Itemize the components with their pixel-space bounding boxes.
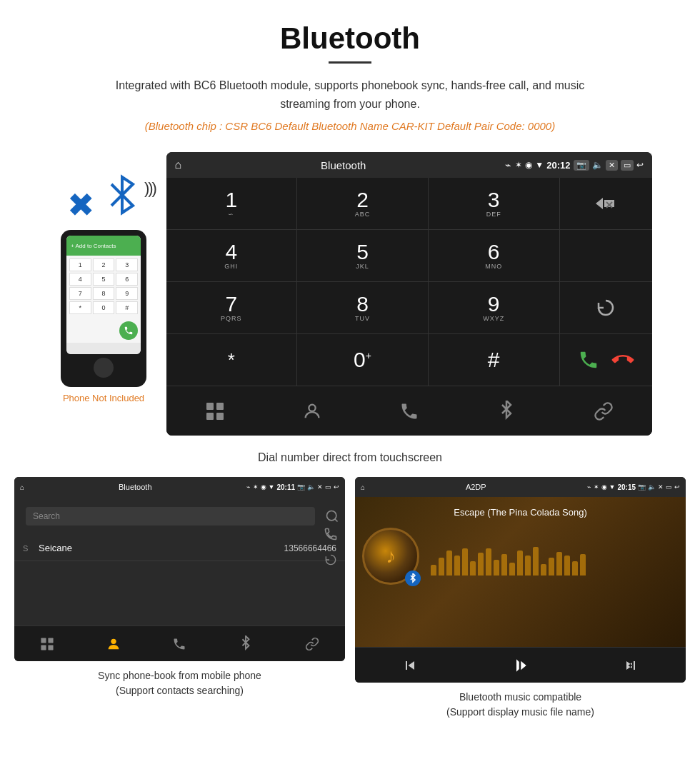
phone-key-8[interactable]: 8 xyxy=(93,287,115,300)
play-pause-button[interactable] xyxy=(506,651,534,680)
svg-line-8 xyxy=(335,519,338,522)
answer-call-button[interactable] xyxy=(578,349,599,371)
search-icon[interactable] xyxy=(325,509,339,523)
dialpad-key-3[interactable]: 3 DEF xyxy=(429,178,559,229)
backspace-button[interactable] xyxy=(559,178,652,230)
dialpad-key-star[interactable]: * xyxy=(166,334,298,386)
vis-bar xyxy=(564,556,570,576)
pb-cam-icon[interactable]: 📷 xyxy=(297,483,305,491)
phone-key-0[interactable]: 0 xyxy=(93,301,115,314)
pb-grid-icon xyxy=(40,637,54,651)
phone-key-4[interactable]: 4 xyxy=(69,273,91,286)
end-call-button[interactable] xyxy=(608,345,638,375)
phone-key-star[interactable]: * xyxy=(69,301,91,314)
phone-not-included-label: Phone Not Included xyxy=(63,393,144,403)
nav-grid-icon[interactable] xyxy=(194,390,236,433)
dialpad-row-3: 7 PQRS 8 TUV 9 WXYZ xyxy=(166,282,559,334)
key-letters-7: PQRS xyxy=(221,315,242,322)
music-visualizer xyxy=(431,547,586,576)
phone-key-1[interactable]: 1 xyxy=(69,258,91,271)
key-num-5: 5 xyxy=(356,241,369,263)
vis-bar xyxy=(431,565,436,576)
window-icon[interactable]: ▭ xyxy=(621,160,634,171)
phone-screen: + Add to Contacts 1 2 3 4 5 6 7 xyxy=(66,236,141,354)
pb-close-icon[interactable]: ✕ xyxy=(317,483,323,491)
reload-button[interactable] xyxy=(559,282,652,334)
contact-letter: S xyxy=(23,544,31,553)
next-track-button[interactable] xyxy=(616,651,645,680)
mu-vol-icon[interactable]: 🔈 xyxy=(648,483,656,491)
vis-bar xyxy=(572,561,578,576)
pb-nav-link[interactable] xyxy=(298,630,326,658)
dialpad-row-2: 4 GHI 5 JKL 6 MNO xyxy=(166,230,559,282)
bottom-nav xyxy=(166,386,652,436)
screen-title: Bluetooth xyxy=(186,159,501,171)
mu-cam-icon[interactable]: 📷 xyxy=(638,483,646,491)
nav-phone-icon[interactable] xyxy=(388,390,431,433)
pb-vol-icon[interactable]: 🔈 xyxy=(307,483,315,491)
key-letters-5: JKL xyxy=(356,263,369,270)
dialpad-key-hash[interactable]: # xyxy=(429,334,559,386)
search-bar[interactable]: Search xyxy=(26,507,315,526)
back-icon[interactable]: ↩ xyxy=(636,160,644,170)
phone-home-button[interactable] xyxy=(94,358,114,378)
mu-home-icon[interactable]: ⌂ xyxy=(361,483,365,491)
phone-call-button[interactable] xyxy=(119,321,138,340)
phone-key-7[interactable]: 7 xyxy=(69,287,91,300)
pb-nav-bt[interactable] xyxy=(231,630,260,658)
reload-icon xyxy=(595,297,616,318)
reload-side-icon[interactable] xyxy=(324,553,338,567)
mu-back-icon[interactable]: ↩ xyxy=(674,483,680,491)
mu-close-icon[interactable]: ✕ xyxy=(658,483,664,491)
dialpad-key-8[interactable]: 8 TUV xyxy=(297,282,429,333)
prev-track-button[interactable] xyxy=(396,651,424,680)
phone-mockup: + Add to Contacts 1 2 3 4 5 6 7 xyxy=(61,230,146,387)
dialpad-key-7[interactable]: 7 PQRS xyxy=(166,282,298,333)
bluetooth-big-icon xyxy=(104,174,140,216)
pb-win-icon[interactable]: ▭ xyxy=(325,483,331,491)
phone-key-hash[interactable]: # xyxy=(116,301,138,314)
pb-home-icon[interactable]: ⌂ xyxy=(20,483,24,491)
phone-key-9[interactable]: 9 xyxy=(116,287,138,300)
dialpad-key-9[interactable]: 9 WXYZ xyxy=(429,282,559,333)
close-icon[interactable]: ✕ xyxy=(606,160,618,171)
phone-key-2[interactable]: 2 xyxy=(93,258,115,271)
dialpad-key-6[interactable]: 6 MNO xyxy=(429,230,559,281)
nav-link-icon[interactable] xyxy=(582,390,625,433)
pb-nav-phone[interactable] xyxy=(165,630,194,658)
volume-icon[interactable]: 🔈 xyxy=(592,160,603,170)
home-icon[interactable]: ⌂ xyxy=(175,159,182,171)
dialpad-key-2[interactable]: 2 ABC xyxy=(297,178,429,229)
nav-contacts-icon[interactable] xyxy=(291,390,334,433)
pb-nav-grid[interactable] xyxy=(33,630,61,658)
camera-icon[interactable]: 📷 xyxy=(574,160,589,171)
dialpad-key-0[interactable]: 0+ xyxy=(297,334,429,386)
pb-nav-person[interactable] xyxy=(99,630,128,658)
key-letters-8: TUV xyxy=(355,315,370,322)
phone-key-5[interactable]: 5 xyxy=(93,273,115,286)
music-note-icon: ♪ xyxy=(386,545,396,568)
phone-key-6[interactable]: 6 xyxy=(116,273,138,286)
call-side-icon[interactable] xyxy=(324,527,338,541)
contact-name: Seicane xyxy=(39,543,277,553)
dialpad-key-5[interactable]: 5 JKL xyxy=(297,230,429,281)
dialpad-key-4[interactable]: 4 GHI xyxy=(166,230,298,281)
bluetooth-symbol-icon: ✖ xyxy=(67,174,140,224)
mu-screen-title: A2DP xyxy=(368,483,584,491)
status-icons: ✶ ◉ ▼ 20:12 📷 🔈 ✕ ▭ ↩ xyxy=(515,160,643,171)
pb-back-icon[interactable]: ↩ xyxy=(334,483,339,491)
pb-time: 20:11 xyxy=(276,483,295,491)
nav-bluetooth-icon[interactable] xyxy=(485,390,528,433)
dialpad-key-1[interactable]: 1 ∽ xyxy=(166,178,298,229)
music-screen: ⌂ A2DP ⌁ ✶ ◉ ▼ 20:15 📷 🔈 ✕ ▭ ↩ Escape (T… xyxy=(355,477,686,683)
svg-rect-3 xyxy=(216,403,224,410)
page-description: Integrated with BC6 Bluetooth module, su… xyxy=(100,76,600,113)
mu-win-icon[interactable]: ▭ xyxy=(666,483,672,491)
dialpad-keys: 1 ∽ 2 ABC 3 DEF 4 GHI xyxy=(166,178,559,386)
phone-key-3[interactable]: 3 xyxy=(116,258,138,271)
pb-bt-icon: ✶ xyxy=(253,483,259,491)
main-caption: Dial number direct from touchscreen xyxy=(0,443,700,477)
contact-row[interactable]: S Seicane 13566664466 xyxy=(14,536,345,561)
title-divider xyxy=(329,61,371,64)
grid-icon xyxy=(205,401,225,421)
